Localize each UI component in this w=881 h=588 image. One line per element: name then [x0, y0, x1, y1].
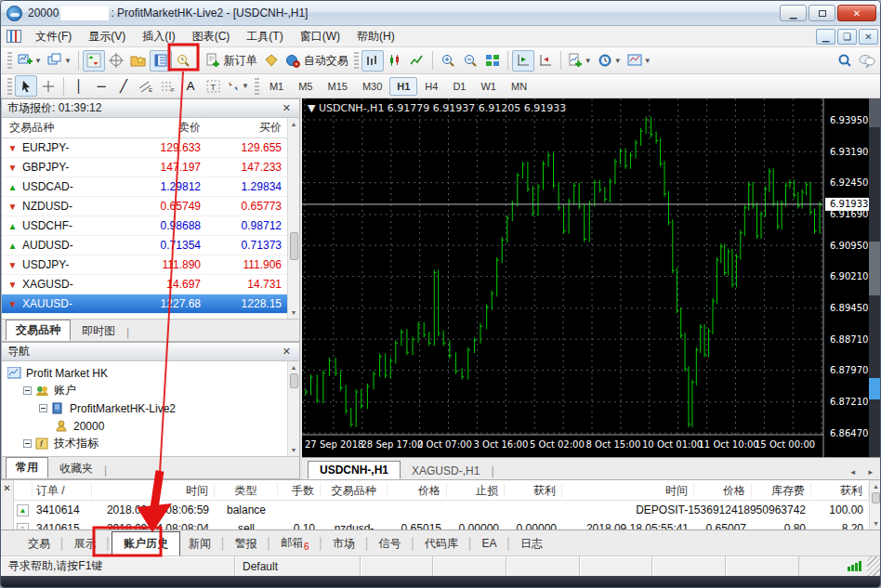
column-1[interactable]: 订单 / — [33, 483, 92, 498]
scrollbar-thumb[interactable] — [290, 373, 298, 388]
navigator-item-技术指标[interactable]: f技术指标 — [2, 435, 287, 452]
text-tool-button[interactable]: A — [179, 75, 202, 97]
scrollbar-thumb[interactable] — [290, 232, 298, 260]
column-8[interactable]: 获利 — [505, 483, 562, 498]
terminal-tab-账户历史[interactable]: 账户历史 — [112, 531, 180, 556]
crosshair-tool-button[interactable] — [37, 75, 59, 97]
chart-window[interactable]: 6.939506.931906.924506.916906.909506.902… — [300, 98, 881, 479]
terminal-scrollbar[interactable]: ▲ ▼ — [869, 480, 881, 529]
vertical-line-tool-button[interactable]: │ — [68, 75, 90, 97]
timeframe-D1[interactable]: D1 — [445, 77, 473, 96]
periods-button[interactable]: ▼ — [595, 50, 625, 72]
market-watch-row-XAGUSD[interactable]: ▼XAGUSD-14.69714.731 — [2, 275, 287, 294]
column-5[interactable]: 交易品种 — [321, 483, 388, 498]
status-profile[interactable]: Default — [235, 556, 361, 576]
scroll-up-icon[interactable]: ▲ — [291, 361, 297, 373]
close-icon[interactable]: ✕ — [280, 102, 294, 114]
new-chart-button[interactable]: ▼ — [15, 50, 45, 72]
market-watch-tab-即时图[interactable]: 即时图 — [72, 321, 125, 341]
zoom-out-button[interactable] — [459, 50, 481, 72]
market-watch-row-XAUUSD[interactable]: ▼XAUUSD-1227.681228.15 — [2, 294, 287, 314]
column-10[interactable]: 价格 — [694, 483, 752, 498]
market-watch-row-GBPJPY[interactable]: ▼GBPJPY-147.197147.233 — [2, 158, 287, 177]
terminal-tab-交易[interactable]: 交易 — [20, 533, 59, 555]
cursor-tool-button[interactable] — [15, 75, 37, 97]
toolbar-grip[interactable] — [7, 52, 12, 69]
navigator-toggle-button[interactable] — [127, 50, 150, 72]
chart-tab-XAGUSD-,H1[interactable]: XAGUSD-,H1 — [401, 463, 491, 479]
history-row-3410614[interactable]: ▲34106142018.09.14 08:06:59balanceDEPOSI… — [14, 501, 869, 519]
profiles-button[interactable]: ▼ — [45, 50, 74, 72]
navigator-header[interactable]: 导航 ✕ — [2, 343, 299, 361]
navigator-tab-收藏夹[interactable]: 收藏夹 — [50, 459, 102, 478]
indicators-button[interactable]: ▼ — [565, 50, 595, 72]
navigator-item-ProfitMarketHK-Live2[interactable]: ProfitMarketHK-Live2 — [2, 399, 287, 417]
menu-item-工具[interactable]: 工具(T) — [238, 26, 291, 47]
timeframe-MN[interactable]: MN — [504, 77, 534, 96]
timeframe-H4[interactable]: H4 — [417, 77, 445, 96]
data-window-button[interactable] — [105, 50, 127, 72]
text-label-tool-button[interactable]: T — [202, 75, 224, 97]
navigator-scrollbar[interactable]: ▲ ▼ — [287, 361, 299, 456]
menu-item-图表[interactable]: 图表(C) — [184, 26, 239, 47]
title-bar[interactable]: 20000 : ProfitMarketHK-Live2 - [USDCNH-,… — [1, 1, 881, 26]
history-row-3410615[interactable]: ▯34106152018.09.14 08:08:04sell0.10nzdus… — [14, 519, 869, 529]
fibonacci-tool-button[interactable]: F — [157, 75, 179, 97]
scroll-down-icon[interactable]: ▼ — [291, 307, 297, 319]
menu-item-帮助[interactable]: 帮助(H) — [348, 26, 403, 47]
market-watch-tab-交易品种[interactable]: 交易品种 — [6, 320, 71, 341]
timeframe-H1[interactable]: H1 — [389, 77, 417, 96]
navigator-tab-常用[interactable]: 常用 — [6, 457, 48, 478]
menu-item-插入[interactable]: 插入(I) — [134, 26, 183, 47]
chart-tab-USDCNH-,H1[interactable]: USDCNH-,H1 — [308, 461, 401, 479]
navigator-item-Profit-Market-HK[interactable]: Profit Market HK — [2, 364, 287, 382]
column-2[interactable]: 时间 — [92, 483, 215, 498]
account-history-header-row[interactable]: 订单 /时间类型手数交易品种价格止损获利时间价格库存费获利 — [14, 480, 869, 501]
mdi-restore-button[interactable]: ❏ — [837, 29, 857, 45]
price-chart[interactable]: 6.939506.931906.924506.916906.909506.902… — [302, 98, 871, 457]
timeframe-M5[interactable]: M5 — [291, 77, 320, 96]
chat-button[interactable] — [856, 50, 878, 72]
column-3[interactable]: 类型 — [215, 483, 278, 498]
navigator-item-20000[interactable]: 20000 — [2, 417, 287, 435]
trendline-tool-button[interactable]: ╱ — [112, 75, 135, 97]
chart-shift-button[interactable] — [534, 50, 557, 72]
column-11[interactable]: 库存费 — [752, 483, 811, 498]
terminal-tab-邮箱[interactable]: 邮箱6 — [272, 532, 318, 554]
channel-tool-button[interactable]: E — [135, 75, 157, 97]
search-button[interactable] — [834, 50, 856, 72]
line-chart-button[interactable] — [406, 50, 428, 72]
column-7[interactable]: 止损 — [447, 483, 505, 498]
column-9[interactable]: 时间 — [562, 483, 694, 498]
column-6[interactable]: 价格 — [388, 483, 447, 498]
mdi-close-button[interactable]: ✕ — [859, 29, 878, 45]
terminal-tab-信号[interactable]: 信号 — [371, 533, 410, 555]
timeframe-M15[interactable]: M15 — [320, 77, 354, 96]
market-watch-row-USDCHF[interactable]: ▲USDCHF-0.986880.98712 — [2, 216, 287, 236]
chart-window-icon[interactable] — [7, 30, 21, 43]
menu-item-显示[interactable]: 显示(V) — [80, 26, 134, 47]
close-icon[interactable]: ✕ — [1, 480, 13, 493]
timeframe-M1[interactable]: M1 — [262, 77, 291, 96]
auto-scroll-button[interactable] — [512, 50, 534, 72]
market-watch-row-NZDUSD[interactable]: ▼NZDUSD-0.657490.65773 — [2, 197, 287, 216]
close-icon[interactable]: ✕ — [280, 346, 294, 358]
market-watch-row-EURJPY[interactable]: ▼EURJPY-129.633129.655 — [2, 138, 287, 158]
terminal-toggle-button[interactable] — [150, 50, 172, 72]
terminal-tab-EA[interactable]: EA — [474, 534, 506, 553]
menu-item-文件[interactable]: 文件(F) — [27, 26, 80, 47]
terminal-tab-日志[interactable]: 日志 — [512, 533, 551, 555]
scrollbar-thumb[interactable] — [872, 492, 880, 503]
terminal-tab-市场[interactable]: 市场 — [324, 533, 363, 555]
menu-item-窗口[interactable]: 窗口(W) — [292, 26, 348, 47]
market-watch-row-USDCAD[interactable]: ▲USDCAD-1.298121.29834 — [2, 177, 287, 197]
candlestick-chart-button[interactable] — [384, 50, 406, 72]
arrows-tool-button[interactable]: ▼ — [224, 75, 252, 97]
strategy-tester-button[interactable] — [172, 50, 194, 72]
scroll-down-icon[interactable]: ▼ — [291, 444, 297, 456]
chart-vertical-scrollbar[interactable] — [869, 98, 881, 457]
scroll-down-icon[interactable]: ▼ — [873, 517, 879, 529]
terminal-tab-代码库[interactable]: 代码库 — [416, 533, 467, 555]
column-bid[interactable]: 卖价 — [112, 120, 201, 136]
terminal-tab-警报[interactable]: 警报 — [227, 533, 266, 555]
